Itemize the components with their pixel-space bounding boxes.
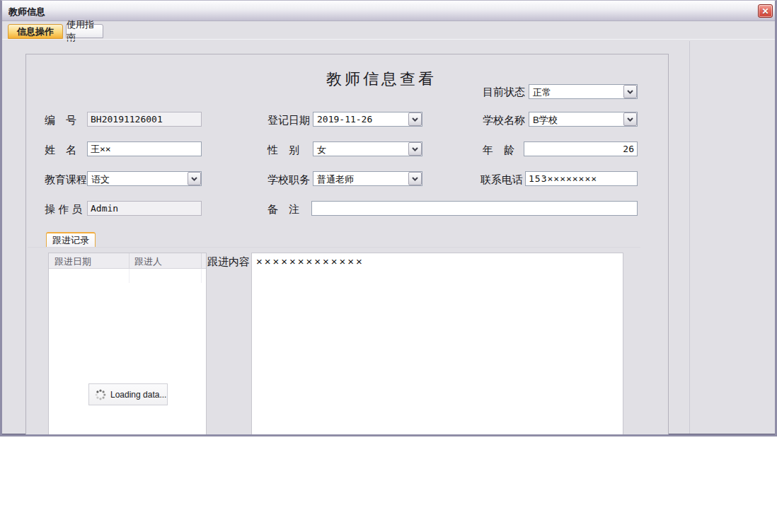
position-combobox[interactable]: 普通老师 (313, 171, 422, 186)
column-separator (201, 253, 202, 269)
school-combobox[interactable]: B学校 (529, 112, 638, 127)
panel-divider-line (689, 41, 690, 434)
gender-label: 性 别 (267, 144, 299, 157)
age-input[interactable] (524, 141, 638, 156)
column-header-date[interactable]: 跟进日期 (54, 255, 91, 268)
school-value: B学校 (533, 114, 558, 127)
reg-date-value: 2019-11-26 (317, 114, 372, 125)
name-input[interactable] (87, 141, 202, 156)
followup-grid-header: 跟进日期 跟进人 (49, 253, 206, 269)
close-button[interactable]: ✕ (758, 4, 773, 18)
reg-date-combobox[interactable]: 2019-11-26 (313, 112, 422, 127)
followup-tab-line (28, 247, 640, 248)
phone-label: 联系电话 (480, 173, 523, 187)
gender-dropdown-button[interactable] (408, 142, 422, 156)
status-combobox[interactable]: 正常 (529, 84, 638, 99)
position-dropdown-button[interactable] (408, 172, 422, 185)
window-title: 教师信息 (8, 6, 45, 18)
chevron-down-icon (412, 177, 418, 181)
school-label: 学校名称 (483, 114, 525, 127)
column-separator (201, 269, 202, 283)
school-dropdown-button[interactable] (623, 112, 637, 126)
teacher-info-window: 教师信息 ✕ 信息操作 使用指南 教师信息查看 目前状态 正常 编 号 登记日期… (0, 0, 777, 436)
status-value: 正常 (533, 86, 551, 99)
tab-content-edge (2, 39, 775, 40)
status-dropdown-button[interactable] (623, 85, 637, 98)
gender-value: 女 (317, 144, 326, 156)
position-value: 普通老师 (317, 173, 354, 186)
phone-input[interactable] (525, 171, 638, 186)
chevron-down-icon (191, 177, 197, 181)
course-value: 语文 (91, 173, 110, 186)
position-label: 学校职务 (267, 173, 310, 187)
loading-text: Loading data... (110, 390, 166, 400)
course-dropdown-button[interactable] (188, 172, 201, 185)
column-header-person[interactable]: 跟进人 (134, 255, 162, 268)
gender-combobox[interactable]: 女 (313, 141, 422, 156)
course-combobox[interactable]: 语文 (87, 171, 202, 186)
reg-date-dropdown-button[interactable] (408, 112, 422, 126)
id-label: 编 号 (45, 114, 76, 127)
name-label: 姓 名 (45, 144, 76, 157)
followup-grid[interactable]: 跟进日期 跟进人 (48, 253, 207, 436)
column-separator (129, 269, 130, 283)
id-field (87, 112, 202, 127)
loading-indicator: Loading data... (88, 383, 168, 405)
chevron-down-icon (412, 117, 418, 122)
followup-content-label: 跟进内容 (207, 255, 250, 269)
column-separator (129, 253, 130, 269)
tab-info-operation[interactable]: 信息操作 (8, 24, 63, 39)
titlebar[interactable]: 教师信息 ✕ (2, 1, 775, 21)
operator-field (87, 201, 202, 216)
operator-label: 操 作 员 (45, 203, 82, 216)
close-icon: ✕ (761, 7, 769, 16)
remark-label: 备 注 (267, 203, 299, 216)
remark-input[interactable] (311, 201, 638, 216)
course-label: 教育课程 (45, 173, 87, 187)
tab-user-guide[interactable]: 使用指南 (66, 24, 103, 38)
chevron-down-icon (627, 117, 633, 122)
chevron-down-icon (412, 147, 418, 151)
tab-followup-record[interactable]: 跟进记录 (46, 232, 96, 247)
chevron-down-icon (627, 90, 633, 94)
loading-spinner-icon (95, 389, 106, 400)
reg-date-label: 登记日期 (267, 114, 310, 127)
age-label: 年 龄 (483, 144, 514, 157)
followup-content-textarea[interactable]: ××××××××××××× (251, 253, 623, 436)
status-label: 目前状态 (483, 86, 525, 99)
page-title: 教师信息查看 (326, 69, 437, 90)
